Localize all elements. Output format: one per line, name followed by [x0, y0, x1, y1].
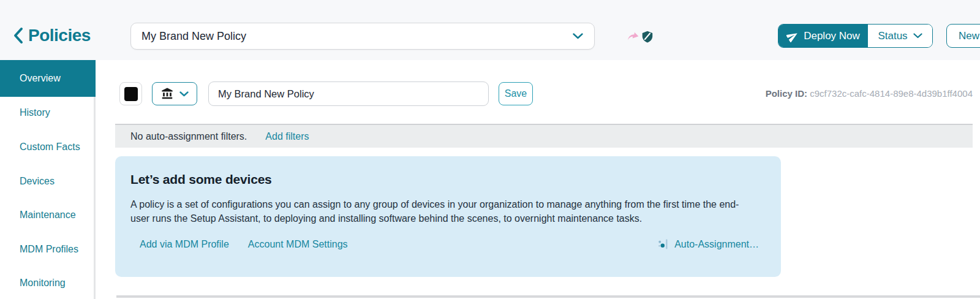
sidebar-item-mdm-profiles[interactable]: MDM Profiles — [0, 232, 96, 267]
auto-assignment-label: Auto-Assignment… — [674, 239, 759, 250]
redo-arrow-icon[interactable] — [627, 30, 640, 44]
account-mdm-settings-link[interactable]: Account MDM Settings — [248, 239, 348, 250]
sidebar-item-label: Maintenance — [20, 210, 76, 221]
back-to-policies[interactable]: Policies — [13, 25, 91, 47]
card-links-row: Add via MDM Profile Account MDM Settings… — [140, 238, 759, 250]
sidebar-item-label: History — [20, 107, 50, 118]
status-label: Status — [878, 30, 907, 42]
back-chevron-icon — [13, 27, 23, 44]
section-divider — [116, 295, 980, 298]
paper-plane-icon — [786, 30, 799, 42]
auto-assignment-link[interactable]: Auto-Assignment… — [657, 238, 759, 250]
card-title: Let’s add some devices — [130, 172, 766, 187]
sidebar-item-maintenance[interactable]: Maintenance — [0, 198, 96, 232]
header: Policies My Brand New Policy Deploy Now … — [0, 0, 980, 60]
sidebar-item-label: Custom Facts — [20, 142, 80, 153]
sidebar-item-devices[interactable]: Devices — [0, 164, 96, 199]
deploy-status-control: Deploy Now Status — [778, 24, 933, 48]
policy-icon-dropdown[interactable] — [152, 82, 197, 105]
sidebar-item-label: Monitoring — [20, 278, 66, 289]
chevron-down-icon — [573, 33, 583, 39]
sidebar-item-history[interactable]: History — [0, 96, 96, 130]
policy-selector-value: My Brand New Policy — [141, 30, 246, 43]
policy-name-input[interactable] — [208, 81, 489, 106]
new-button-label: New — [959, 30, 979, 42]
policy-id: Policy ID: c9cf732c-cafc-4814-89e8-4d39b… — [630, 88, 973, 99]
deploy-now-button[interactable]: Deploy Now — [778, 25, 868, 47]
save-button-label: Save — [505, 88, 527, 99]
save-button[interactable]: Save — [499, 82, 533, 105]
sidebar-item-custom-facts[interactable]: Custom Facts — [0, 130, 96, 164]
deploy-now-label: Deploy Now — [804, 30, 860, 42]
bank-icon — [160, 87, 174, 100]
card-body: A policy is a set of configurations you … — [130, 197, 755, 225]
sidebar: Overview History Custom Facts Devices Ma… — [0, 60, 96, 299]
sidebar-item-overview[interactable]: Overview — [0, 60, 96, 97]
sidebar-item-label: Devices — [20, 176, 55, 187]
policy-id-label: Policy ID: — [766, 88, 807, 99]
page-title: Policies — [28, 26, 91, 45]
chevron-down-icon — [179, 91, 189, 97]
policy-selector-dropdown[interactable]: My Brand New Policy — [130, 23, 595, 50]
shield-icon[interactable] — [641, 30, 654, 44]
filter-message: No auto-assignment filters. — [130, 131, 247, 142]
add-devices-card: Let’s add some devices A policy is a set… — [115, 156, 781, 277]
policy-color-swatch — [124, 87, 138, 101]
auto-assignment-icon — [657, 238, 669, 250]
status-dropdown-button[interactable]: Status — [868, 25, 932, 47]
auto-assignment-filter-bar: No auto-assignment filters. Add filters — [115, 124, 973, 148]
policy-id-value: c9cf732c-cafc-4814-89e8-4d39b1ff4004 — [810, 88, 973, 99]
policy-color-swatch-button[interactable] — [119, 82, 142, 105]
add-filters-link[interactable]: Add filters — [265, 131, 309, 142]
sidebar-item-label: Overview — [20, 73, 61, 84]
sidebar-item-label: MDM Profiles — [20, 244, 78, 255]
new-policy-button[interactable]: New — [946, 24, 980, 48]
chevron-down-icon — [913, 33, 922, 39]
add-via-mdm-profile-link[interactable]: Add via MDM Profile — [140, 239, 229, 250]
sidebar-item-monitoring[interactable]: Monitoring — [0, 266, 96, 299]
